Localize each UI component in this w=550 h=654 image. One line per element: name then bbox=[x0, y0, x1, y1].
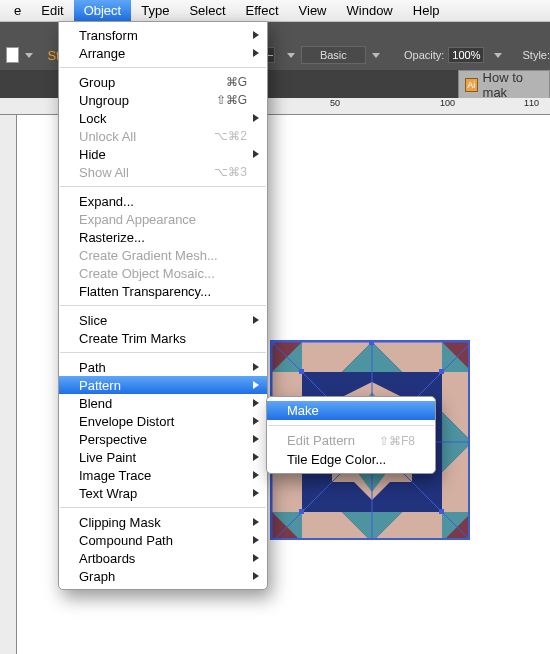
object-menu: TransformArrangeGroup⌘GUngroup⇧⌘GLockUnl… bbox=[58, 21, 268, 590]
menu-item-label: Expand Appearance bbox=[79, 212, 196, 227]
menu-item-label: Perspective bbox=[79, 432, 147, 447]
submenu-arrow-icon bbox=[253, 363, 259, 371]
svg-rect-30 bbox=[369, 539, 374, 540]
object-menu-item[interactable]: Image Trace bbox=[59, 466, 267, 484]
object-menu-item[interactable]: Clipping Mask bbox=[59, 513, 267, 531]
menu-item-shortcut: ⌘G bbox=[226, 75, 247, 89]
opacity-field[interactable]: 100% bbox=[448, 47, 484, 63]
submenu-arrow-icon bbox=[253, 572, 259, 580]
menu-item-label: Rasterize... bbox=[79, 230, 145, 245]
submenu-arrow-icon bbox=[253, 536, 259, 544]
menu-item-label: Blend bbox=[79, 396, 112, 411]
object-menu-item[interactable]: Ungroup⇧⌘G bbox=[59, 91, 267, 109]
svg-rect-24 bbox=[369, 342, 374, 345]
menubar-item-file[interactable]: e bbox=[4, 0, 31, 22]
submenu-arrow-icon bbox=[253, 489, 259, 497]
menu-separator bbox=[60, 67, 266, 68]
svg-rect-29 bbox=[272, 539, 275, 540]
ai-file-icon: Ai bbox=[465, 78, 478, 92]
menu-item-label: Live Paint bbox=[79, 450, 136, 465]
object-menu-item: Create Object Mosaic... bbox=[59, 264, 267, 282]
menu-separator bbox=[60, 507, 266, 508]
submenu-arrow-icon bbox=[253, 381, 259, 389]
dropdown-arrow-icon[interactable] bbox=[494, 53, 502, 58]
object-menu-item[interactable]: Slice bbox=[59, 311, 267, 329]
menu-item-label: Envelope Distort bbox=[79, 414, 174, 429]
pattern-submenu-item[interactable]: Make bbox=[267, 401, 435, 420]
svg-rect-35 bbox=[439, 509, 444, 514]
object-menu-item[interactable]: Graph bbox=[59, 567, 267, 585]
document-tab-title: How to mak bbox=[483, 70, 543, 100]
menu-item-label: Tile Edge Color... bbox=[287, 452, 386, 467]
menubar-item-edit[interactable]: Edit bbox=[31, 0, 73, 22]
object-menu-item[interactable]: Compound Path bbox=[59, 531, 267, 549]
ruler-tick-label: 110 bbox=[524, 98, 539, 108]
submenu-arrow-icon bbox=[253, 31, 259, 39]
object-menu-item[interactable]: Transform bbox=[59, 26, 267, 44]
object-menu-item[interactable]: Envelope Distort bbox=[59, 412, 267, 430]
object-menu-item[interactable]: Pattern bbox=[59, 376, 267, 394]
menubar-item-help[interactable]: Help bbox=[403, 0, 450, 22]
menubar-item-type[interactable]: Type bbox=[131, 0, 179, 22]
menu-item-label: Show All bbox=[79, 165, 129, 180]
menu-item-label: Arrange bbox=[79, 46, 125, 61]
menubar-item-effect[interactable]: Effect bbox=[236, 0, 289, 22]
object-menu-item: Show All⌥⌘3 bbox=[59, 163, 267, 181]
object-menu-item[interactable]: Arrange bbox=[59, 44, 267, 62]
menubar-item-window[interactable]: Window bbox=[337, 0, 403, 22]
menu-item-label: Path bbox=[79, 360, 106, 375]
fill-swatch[interactable] bbox=[6, 47, 19, 63]
menu-item-label: Transform bbox=[79, 28, 138, 43]
submenu-arrow-icon bbox=[253, 453, 259, 461]
svg-rect-23 bbox=[272, 342, 275, 345]
object-menu-item[interactable]: Blend bbox=[59, 394, 267, 412]
pattern-submenu-item: Edit Pattern⇧⌘F8 bbox=[267, 431, 435, 450]
menu-item-label: Pattern bbox=[79, 378, 121, 393]
object-menu-item: Unlock All⌥⌘2 bbox=[59, 127, 267, 145]
submenu-arrow-icon bbox=[253, 150, 259, 158]
menubar-item-select[interactable]: Select bbox=[179, 0, 235, 22]
menubar-item-view[interactable]: View bbox=[289, 0, 337, 22]
menu-item-label: Make bbox=[287, 403, 319, 418]
object-menu-item[interactable]: Group⌘G bbox=[59, 73, 267, 91]
menu-item-label: Hide bbox=[79, 147, 106, 162]
menu-item-shortcut: ⇧⌘F8 bbox=[379, 434, 415, 448]
menu-item-label: Text Wrap bbox=[79, 486, 137, 501]
object-menu-item[interactable]: Text Wrap bbox=[59, 484, 267, 502]
object-menu-item[interactable]: Live Paint bbox=[59, 448, 267, 466]
brush-definition[interactable]: Basic bbox=[301, 46, 366, 64]
object-menu-item[interactable]: Rasterize... bbox=[59, 228, 267, 246]
dropdown-arrow-icon[interactable] bbox=[287, 53, 295, 58]
svg-rect-32 bbox=[299, 369, 304, 374]
menubar: e Edit Object Type Select Effect View Wi… bbox=[0, 0, 550, 22]
object-menu-item[interactable]: Perspective bbox=[59, 430, 267, 448]
submenu-arrow-icon bbox=[253, 399, 259, 407]
object-menu-item[interactable]: Hide bbox=[59, 145, 267, 163]
vertical-ruler bbox=[0, 115, 17, 654]
menu-separator bbox=[60, 186, 266, 187]
svg-rect-33 bbox=[439, 369, 444, 374]
pattern-submenu-item[interactable]: Tile Edge Color... bbox=[267, 450, 435, 469]
object-menu-item[interactable]: Expand... bbox=[59, 192, 267, 210]
dropdown-arrow-icon[interactable] bbox=[372, 53, 380, 58]
menu-item-label: Compound Path bbox=[79, 533, 173, 548]
document-tab[interactable]: Ai How to mak bbox=[458, 70, 550, 98]
submenu-arrow-icon bbox=[253, 114, 259, 122]
menu-separator bbox=[60, 305, 266, 306]
object-menu-item[interactable]: Path bbox=[59, 358, 267, 376]
menu-item-label: Expand... bbox=[79, 194, 134, 209]
menu-item-label: Group bbox=[79, 75, 115, 90]
object-menu-item[interactable]: Lock bbox=[59, 109, 267, 127]
object-menu-item[interactable]: Create Trim Marks bbox=[59, 329, 267, 347]
svg-rect-34 bbox=[299, 509, 304, 514]
opacity-label: Opacity: bbox=[404, 49, 444, 61]
menu-item-shortcut: ⌥⌘2 bbox=[214, 129, 247, 143]
object-menu-item[interactable]: Artboards bbox=[59, 549, 267, 567]
menu-item-label: Create Trim Marks bbox=[79, 331, 186, 346]
dropdown-arrow-icon[interactable] bbox=[25, 53, 33, 58]
menubar-item-object[interactable]: Object bbox=[74, 0, 132, 22]
menu-item-label: Create Object Mosaic... bbox=[79, 266, 215, 281]
submenu-arrow-icon bbox=[253, 49, 259, 57]
object-menu-item: Expand Appearance bbox=[59, 210, 267, 228]
object-menu-item[interactable]: Flatten Transparency... bbox=[59, 282, 267, 300]
